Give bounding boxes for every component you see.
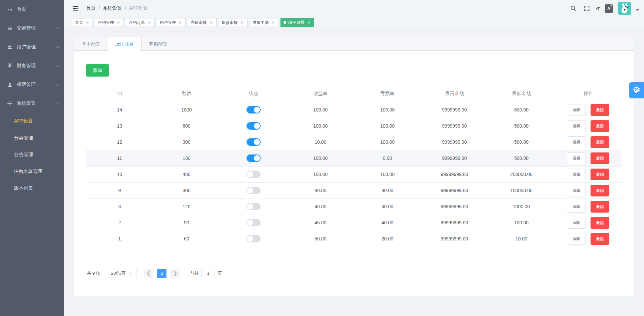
- status-toggle[interactable]: [247, 138, 261, 146]
- goto-label: 前往: [190, 270, 199, 276]
- cell-max-amount: 9999999.00: [421, 102, 488, 118]
- delete-button[interactable]: 删除: [591, 169, 609, 180]
- tab[interactable]: 客服配置: [142, 37, 175, 50]
- add-button[interactable]: 添加: [86, 64, 109, 77]
- status-toggle[interactable]: [247, 219, 261, 226]
- close-icon[interactable]: ✕: [240, 20, 244, 25]
- delete-button[interactable]: 删除: [591, 201, 609, 213]
- edit-button[interactable]: 编辑: [567, 120, 586, 132]
- close-icon[interactable]: ✕: [116, 20, 121, 25]
- delete-button[interactable]: 删除: [591, 104, 609, 116]
- close-icon[interactable]: ✕: [178, 20, 183, 25]
- cell-profit-rate: 80.00: [287, 182, 354, 198]
- tab-tag[interactable]: 首页 ✕: [72, 18, 93, 27]
- dashboard-icon: [7, 6, 13, 12]
- cell-id: 11: [86, 150, 153, 166]
- sidebar-item-4[interactable]: 权限管理: [0, 75, 64, 94]
- page-size-select[interactable]: 20条/页: [105, 269, 137, 278]
- tab-tag[interactable]: 用户管理 ✕: [157, 18, 186, 27]
- search-icon[interactable]: [569, 4, 578, 13]
- prev-page-button[interactable]: ❮: [144, 269, 153, 278]
- cell-id: 12: [86, 134, 153, 150]
- config-table: ID秒数状态收益率亏损率最高金额最低金额操作 14 1800 100.00 10…: [86, 86, 622, 247]
- status-toggle[interactable]: [247, 187, 261, 194]
- delete-button[interactable]: 删除: [591, 152, 609, 164]
- breadcrumb-section[interactable]: 系统设置: [103, 5, 122, 11]
- close-icon[interactable]: ✕: [85, 20, 90, 25]
- edit-button[interactable]: 编辑: [567, 217, 586, 229]
- cell-status: [220, 198, 287, 215]
- sidebar-item-label: 权限管理: [17, 82, 56, 88]
- sidebar-item-1[interactable]: 交易管理: [0, 19, 64, 38]
- sidebar-subitem[interactable]: APP设置: [0, 113, 64, 130]
- cell-profit-rate: 100.00: [287, 118, 354, 134]
- tab-tag[interactable]: 合约订单 ✕: [126, 18, 155, 27]
- sidebar-item-2[interactable]: 用户管理: [0, 38, 64, 56]
- tab-tag[interactable]: 提款审核 ✕: [219, 18, 248, 27]
- close-icon[interactable]: ✕: [147, 20, 152, 25]
- tab-tag[interactable]: 充值审核 ✕: [188, 18, 217, 27]
- delete-button[interactable]: 删除: [591, 185, 609, 196]
- sidebar-item-0[interactable]: 首页: [0, 0, 64, 19]
- edit-button[interactable]: 编辑: [567, 136, 586, 148]
- goto-page-input[interactable]: [201, 269, 215, 278]
- table-row: 9 300 80.00 80.00 99999999.00 100000.00 …: [86, 182, 622, 198]
- current-page-button[interactable]: 1: [157, 269, 166, 278]
- edit-button[interactable]: 编辑: [567, 233, 586, 245]
- delete-button[interactable]: 删除: [591, 217, 609, 229]
- translate-icon[interactable]: A 文: [605, 4, 613, 13]
- next-page-button[interactable]: ❯: [171, 269, 180, 278]
- delete-button[interactable]: 删除: [591, 120, 609, 132]
- status-toggle[interactable]: [247, 171, 261, 178]
- tab-tag[interactable]: APP设置 ✕: [280, 18, 314, 27]
- cell-max-amount: 99999999.00: [421, 198, 488, 215]
- tab-tag[interactable]: 发放奖励 ✕: [250, 18, 278, 27]
- cell-min-amount: 200000.00: [488, 166, 555, 182]
- sidebar-subitem[interactable]: 分类管理: [0, 130, 64, 146]
- cell-status: [220, 166, 287, 182]
- status-toggle[interactable]: [247, 106, 261, 114]
- avatar[interactable]: [618, 2, 631, 15]
- close-icon[interactable]: ✕: [306, 20, 311, 25]
- hamburger-icon[interactable]: [72, 5, 79, 12]
- chevron-down-icon[interactable]: [636, 9, 639, 11]
- cell-status: [220, 134, 287, 150]
- users-icon: [7, 44, 13, 50]
- delete-button[interactable]: 删除: [591, 233, 609, 245]
- fullscreen-icon[interactable]: [582, 4, 591, 13]
- edit-button[interactable]: 编辑: [567, 201, 586, 213]
- delete-button[interactable]: 删除: [591, 136, 609, 148]
- total-count: 共 9 条: [87, 270, 100, 276]
- tab[interactable]: 玩法收益: [108, 37, 142, 51]
- tag-label: 充值审核: [191, 20, 207, 26]
- sidebar-subitem[interactable]: IP白名单管理: [0, 163, 64, 180]
- edit-button[interactable]: 编辑: [567, 104, 586, 116]
- status-toggle[interactable]: [247, 122, 261, 130]
- sidebar-item-3[interactable]: ¥ 财务管理: [0, 56, 64, 75]
- chevron-icon: [56, 44, 60, 48]
- sidebar-item-5[interactable]: 系统设置: [0, 94, 64, 113]
- tab[interactable]: 基本配置: [74, 37, 108, 50]
- tag-label: 提款审核: [222, 20, 238, 26]
- edit-button[interactable]: 编辑: [567, 185, 586, 196]
- settings-gear-button[interactable]: [629, 82, 644, 98]
- status-toggle[interactable]: [247, 154, 261, 162]
- cell-loss-rate: 0.00: [354, 150, 421, 166]
- column-header: 秒数: [153, 86, 220, 102]
- sidebar-subitem[interactable]: 公告管理: [0, 146, 64, 163]
- close-icon[interactable]: ✕: [271, 20, 275, 25]
- close-icon[interactable]: ✕: [209, 20, 214, 25]
- edit-button[interactable]: 编辑: [567, 152, 586, 164]
- sidebar-subitem[interactable]: 版本列表: [0, 180, 64, 197]
- tab-tag[interactable]: 合约管理 ✕: [95, 18, 124, 27]
- cell-profit-rate: 100.00: [287, 150, 354, 166]
- cell-profit-rate: 40.00: [287, 198, 354, 215]
- status-toggle[interactable]: [247, 235, 261, 242]
- cell-status: [220, 231, 287, 247]
- breadcrumb-home[interactable]: 首页: [86, 5, 96, 11]
- font-size-icon[interactable]: тT: [596, 6, 600, 11]
- status-toggle[interactable]: [247, 203, 261, 210]
- edit-button[interactable]: 编辑: [567, 169, 586, 180]
- cell-max-amount: 99999999.00: [421, 215, 488, 231]
- cell-actions: 编辑 删除: [555, 102, 622, 118]
